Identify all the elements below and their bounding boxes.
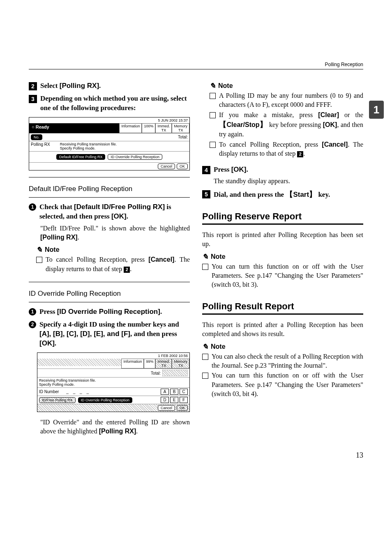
txt: .	[78, 234, 79, 241]
cancel-button[interactable]: Cancel	[158, 405, 175, 411]
step-number-icon: 5	[202, 190, 210, 198]
shot2-memory-tx[interactable]: Memory TX	[172, 359, 189, 368]
checkbox-icon	[210, 112, 216, 118]
step-number-icon: 4	[202, 166, 210, 174]
cancel-label: [Cancel]	[322, 141, 348, 148]
note-text: To cancel Polling Reception, press [Canc…	[46, 255, 190, 274]
reserve-body: This report is printed after Polling Rec…	[202, 230, 363, 249]
step-2: 2 Select [Polling RX].	[29, 81, 190, 91]
default-id-free-label: [Default ID/Free Polling RX]	[74, 203, 165, 211]
txt: To cancel Polling Reception, press	[219, 141, 322, 148]
txt: To cancel Polling Reception, press	[46, 256, 148, 263]
letter-keys-row2: D E F	[161, 397, 188, 403]
bracket-open-icon: 【	[286, 190, 293, 198]
substep-number-icon: 1	[29, 308, 36, 315]
ok-button[interactable]: OK	[177, 405, 188, 411]
step-2-suffix: .	[99, 82, 101, 90]
step-2-prefix: Select	[40, 82, 60, 90]
shot1-ready-label: Ready	[36, 124, 49, 129]
txt: .	[127, 212, 128, 220]
shot1-info[interactable]: Information	[119, 123, 142, 133]
shot1-num-row: No. Total:	[29, 133, 189, 141]
rule	[29, 177, 190, 177]
txt: Press	[39, 308, 57, 315]
shot2-date-bar: 1 FEB 2002 10:56	[37, 353, 189, 359]
polling-result-heading: Polling Result Report	[202, 301, 363, 312]
txt: "Deflt ID/Free Poll." is shown above the…	[40, 225, 190, 232]
reserve-note-item: You can turn this function on or off wit…	[202, 262, 363, 290]
cancel-button[interactable]: Cancel	[158, 164, 175, 169]
shot2-mode-row: ID/Free Polling RX ID Override Polling R…	[37, 396, 189, 404]
rule	[29, 302, 190, 302]
pencil-icon: ✎	[36, 245, 42, 254]
key-a[interactable]: A	[161, 389, 169, 395]
key-e[interactable]: E	[170, 397, 178, 403]
bracket-open-icon: 【	[219, 120, 227, 129]
txt: Press	[214, 166, 231, 173]
result-body: This report is printed after a Polling R…	[202, 320, 363, 339]
note-text: A Polling ID may be any four numbers (0 …	[219, 91, 363, 110]
id-override-polling-reception-button[interactable]: ID Override Polling Reception	[78, 397, 133, 403]
step-number-icon: 3	[29, 95, 37, 103]
txt: .	[130, 265, 131, 272]
substep-number-icon: 1	[29, 203, 36, 211]
rule	[29, 197, 190, 198]
rule	[29, 282, 190, 282]
header-rule	[29, 69, 363, 69]
key-c[interactable]: C	[180, 389, 188, 395]
default-body-text: "Deflt ID/Free Poll." is shown above the…	[40, 224, 190, 242]
shot1-date-bar: 5 JUN 2002 15:37	[29, 117, 189, 123]
step-4: 4 Press [OK].	[202, 165, 363, 175]
polling-rx-label: [Polling RX]	[60, 82, 99, 90]
shot2-info[interactable]: Information	[121, 359, 144, 368]
page: Polling Reception 1 2 Select [Polling RX…	[0, 0, 392, 476]
section-rule	[202, 223, 363, 225]
step-5-text: Dial, and then press the 【Start】 key.	[214, 189, 330, 200]
shot1-footer: Cancel OK	[29, 162, 189, 170]
ok-button[interactable]: OK	[177, 164, 188, 169]
note-item-2: If you make a mistake, press [Clear] or …	[210, 111, 363, 139]
txt: key.	[316, 191, 330, 198]
txt: If you make a mistake, press	[219, 111, 318, 118]
key-labels: [A], [B], [C], [D], [E], and [F]	[39, 330, 130, 338]
clear-label: [Clear]	[318, 111, 339, 118]
bracket-close-icon: 】	[309, 190, 316, 198]
default-id-free-polling-rx-button[interactable]: Default ID/Free Polling RX	[56, 154, 106, 160]
note-heading: ✎ Note	[36, 245, 190, 254]
page-number: 13	[29, 451, 363, 460]
shot2-date: 1 FEB 2002 10:56	[158, 354, 188, 358]
key-b[interactable]: B	[170, 389, 178, 395]
default-note-item: To cancel Polling Reception, press [Canc…	[36, 255, 190, 274]
id-step-2: 2 Specify a 4-digit ID using the number …	[29, 320, 190, 348]
step-4-body: The standby display appears.	[214, 177, 363, 186]
key-f[interactable]: F	[180, 397, 188, 403]
ok-label: [OK]	[111, 212, 127, 220]
shot1-memory-tx[interactable]: Memory TX	[172, 123, 189, 133]
shot2-immed-tx[interactable]: Immed. TX	[155, 359, 172, 368]
step-2-text: Select [Polling RX].	[40, 81, 101, 91]
id-input-placeholder[interactable]: _ _ _ _	[66, 389, 90, 394]
checkbox-icon	[210, 93, 216, 99]
checkbox-icon	[36, 257, 42, 263]
checkbox-icon	[202, 264, 208, 270]
id-override-polling-reception-button[interactable]: ID Override Polling Reception	[108, 154, 162, 160]
ok-label: [OK]	[231, 166, 247, 173]
note-item-3: To cancel Polling Reception, press [Canc…	[210, 140, 363, 159]
note-text: If you make a mistake, press [Clear] or …	[219, 111, 363, 139]
txt: or the	[339, 111, 363, 118]
id-step-2-text: Specify a 4-digit ID using the number ke…	[39, 320, 190, 348]
note-label: Note	[45, 246, 60, 253]
left-column: 2 Select [Polling RX]. 3 Depending on wh…	[29, 78, 190, 439]
id-free-polling-rx-button[interactable]: ID/Free Polling RX	[39, 397, 76, 403]
step-3: 3 Depending on which method you are usin…	[29, 94, 190, 113]
shot1-ready: ○ Ready	[29, 123, 119, 133]
key-d[interactable]: D	[161, 397, 169, 403]
shot1-immed-tx[interactable]: Immed. TX	[155, 123, 172, 133]
shot1-polling-row: Polling RX Receiving Polling transmissio…	[29, 141, 189, 151]
pencil-icon: ✎	[202, 252, 208, 261]
shot2-id-label: ID Number	[39, 389, 59, 394]
txt: .	[55, 339, 56, 347]
checkbox-icon	[202, 373, 208, 379]
polling-rx-label: [Polling RX]	[99, 428, 136, 435]
note-heading: ✎ Note	[202, 342, 363, 351]
